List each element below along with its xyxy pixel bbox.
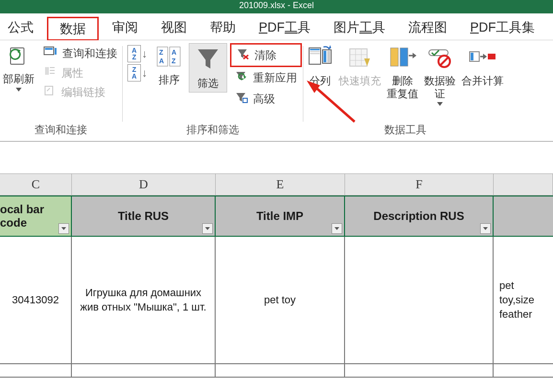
svg-marker-46	[483, 54, 487, 59]
filter-dropdown-icon[interactable]	[58, 223, 69, 234]
sort-button[interactable]: ZAAZ 排序	[151, 43, 187, 89]
title-text: 201009.xlsx - Excel	[239, 0, 314, 10]
cell-next[interactable]: pet toy,size feather	[494, 237, 553, 363]
table-row: 30413092 Игрушка для домашних жив отных …	[0, 237, 553, 364]
group-datatools-label: 数据工具	[304, 120, 507, 141]
refresh-all-button[interactable]: 部刷新	[0, 43, 37, 93]
svg-rect-39	[400, 48, 408, 66]
cell[interactable]	[345, 364, 494, 377]
header-label: Title RUS	[118, 209, 169, 223]
edit-links-button[interactable]: 编辑链接	[39, 82, 121, 102]
tab-flowchart[interactable]: 流程图	[401, 15, 455, 40]
svg-text:A: A	[172, 48, 176, 56]
svg-text:Z: Z	[159, 48, 163, 56]
svg-rect-6	[50, 67, 55, 68]
col-header-F[interactable]: F	[345, 174, 494, 195]
filter-dropdown-icon[interactable]	[202, 223, 213, 234]
consolidate-label: 合并计算	[461, 75, 504, 87]
group-queries-label: 查询和连接	[0, 120, 121, 141]
clear-filter-label: 清除	[254, 48, 276, 63]
table-row	[0, 364, 553, 378]
svg-text:Z: Z	[172, 57, 176, 65]
consolidate-button[interactable]: 合并计算	[459, 43, 507, 90]
cell-title-imp[interactable]: pet toy	[216, 237, 345, 363]
svg-rect-27	[310, 53, 320, 54]
cell-bar-code[interactable]: 30413092	[0, 237, 72, 363]
tab-pdf-tools[interactable]: PDF工具	[251, 15, 318, 40]
filter-button[interactable]: 筛选	[189, 43, 227, 92]
table-header-row: ocal bar code Title RUS Title IMP Descri…	[0, 196, 553, 237]
advanced-filter-label: 高级	[253, 92, 275, 106]
cell-description-rus[interactable]	[345, 237, 494, 363]
reapply-button[interactable]: 重新应用	[230, 67, 302, 88]
svg-rect-29	[323, 51, 326, 62]
consolidate-icon	[468, 45, 497, 72]
properties-button[interactable]: 属性	[39, 63, 121, 82]
group-sortfilter-label: 排序和筛选	[124, 120, 302, 141]
data-validation-button[interactable]: 数据验 证	[421, 43, 459, 108]
flash-fill-button[interactable]: 快速填充	[336, 43, 384, 90]
svg-rect-23	[243, 98, 247, 103]
tab-review[interactable]: 审阅	[104, 15, 146, 40]
tab-formulas[interactable]: 公式	[0, 15, 41, 40]
svg-rect-5	[45, 67, 49, 75]
tab-pdf-toolset[interactable]: PDF工具集	[462, 15, 542, 40]
title-bar: 201009.xlsx - Excel	[0, 0, 553, 13]
chevron-down-icon	[16, 88, 22, 92]
svg-rect-30	[327, 51, 330, 62]
filter-dropdown-icon[interactable]	[332, 223, 342, 234]
remove-duplicates-button[interactable]: 删除 重复值	[384, 43, 421, 102]
svg-rect-3	[45, 48, 53, 50]
header-next[interactable]	[494, 196, 553, 236]
col-header-E[interactable]: E	[216, 174, 345, 195]
header-label: Description RUS	[373, 209, 464, 223]
svg-marker-40	[413, 53, 416, 58]
cell-title-rus[interactable]: Игрушка для домашних жив отных "Мышка", …	[72, 237, 216, 363]
svg-marker-16	[198, 49, 218, 69]
sort-desc-button[interactable]: ZA ↓	[126, 63, 150, 82]
spreadsheet[interactable]: C D E F ocal bar code Title RUS Title IM…	[0, 173, 553, 378]
refresh-all-label: 部刷新	[3, 73, 35, 85]
ribbon-tabs: 公式 数据 审阅 视图 帮助 PDF工具 图片工具 流程图 PDF工具集	[0, 13, 553, 40]
filter-label: 筛选	[197, 77, 219, 90]
advanced-filter-icon	[235, 91, 248, 106]
sort-label: 排序	[159, 74, 180, 86]
tab-view[interactable]: 视图	[153, 15, 195, 40]
cell[interactable]	[216, 364, 345, 377]
tab-help[interactable]: 帮助	[202, 15, 243, 40]
refresh-icon	[8, 45, 30, 70]
svg-rect-32	[350, 49, 367, 66]
cell[interactable]	[494, 364, 553, 377]
tab-image-tools[interactable]: 图片工具	[326, 15, 393, 40]
col-header-C[interactable]: C	[0, 174, 72, 195]
tab-data[interactable]: 数据	[47, 17, 99, 41]
svg-rect-26	[310, 51, 320, 52]
filter-dropdown-icon[interactable]	[480, 223, 491, 234]
header-local-bar-code[interactable]: ocal bar code	[0, 196, 72, 236]
svg-rect-25	[310, 49, 320, 50]
remove-duplicates-icon	[389, 45, 416, 72]
sort-asc-icon: AZ	[127, 45, 141, 62]
header-title-imp[interactable]: Title IMP	[216, 196, 345, 236]
col-header-G[interactable]	[494, 174, 553, 195]
queries-icon	[43, 45, 58, 61]
cell[interactable]	[72, 364, 216, 377]
text-to-columns-label: 分列	[310, 75, 331, 87]
sort-asc-button[interactable]: AZ ↓	[126, 44, 150, 63]
text-to-columns-button[interactable]: 分列	[304, 43, 336, 90]
clear-filter-button[interactable]: 清除	[230, 43, 302, 67]
header-label: Title IMP	[256, 209, 303, 223]
advanced-filter-button[interactable]: 高级	[230, 88, 302, 109]
ribbon: 部刷新 查询和连接 属性	[0, 40, 553, 142]
header-description-rus[interactable]: Description RUS	[345, 196, 494, 236]
flash-fill-icon	[347, 45, 373, 72]
queries-connections-button[interactable]: 查询和连接	[39, 43, 121, 63]
svg-marker-21	[243, 76, 246, 79]
cell[interactable]	[0, 364, 72, 377]
clear-filter-icon	[236, 47, 250, 63]
svg-rect-4	[55, 48, 57, 55]
svg-rect-8	[50, 73, 55, 74]
col-header-D[interactable]: D	[72, 174, 216, 195]
chevron-down-icon	[437, 102, 443, 106]
header-title-rus[interactable]: Title RUS	[72, 196, 216, 236]
